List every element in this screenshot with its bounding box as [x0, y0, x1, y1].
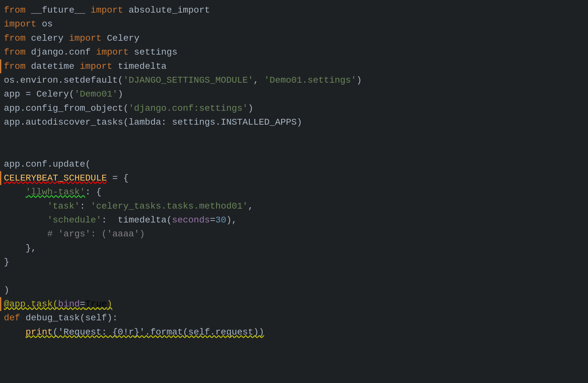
code-line: CELERYBEAT_SCHEDULE = {: [0, 171, 588, 185]
code-token: 'Demo01': [74, 87, 117, 101]
empty-line: [0, 269, 588, 283]
code-token: :: [80, 199, 91, 213]
code-line: from __future__ import absolute_import: [0, 3, 588, 17]
code-token: settings: [128, 45, 177, 59]
code-token: app.autodiscover_tasks(lambda: settings.…: [4, 115, 302, 129]
code-token: 'task': [47, 199, 80, 213]
code-token: ,: [248, 199, 253, 213]
code-token: # 'args': ('aaaa'): [47, 227, 145, 241]
code-token: 'Demo01.settings': [264, 73, 357, 87]
code-token: ): [356, 73, 362, 87]
code-token: ('Request: {0!r}'.format(self.request)): [53, 325, 264, 339]
code-token: app = Celery(: [4, 87, 74, 101]
code-token: ),: [226, 213, 237, 227]
code-token: 'schedule': [47, 213, 101, 227]
code-token: ): [107, 297, 112, 311]
code-token: datetime: [25, 59, 80, 73]
code-token: def: [4, 311, 20, 325]
code-token: os.environ.setdefault(: [4, 73, 123, 87]
code-token: }: [4, 255, 9, 269]
code-line: ): [0, 283, 588, 297]
code-line: from celery import Celery: [0, 31, 588, 45]
code-token: : timedelta(: [101, 213, 172, 227]
code-token: django.conf: [25, 45, 96, 59]
code-token: True: [85, 297, 107, 311]
code-token: import: [96, 45, 129, 59]
code-token: =: [210, 213, 216, 227]
code-token: ): [248, 101, 253, 115]
code-token: 'django.conf:settings': [128, 101, 248, 115]
code-token: = {: [107, 171, 128, 185]
code-line: 'schedule': timedelta(seconds=30),: [0, 213, 588, 227]
code-token: app.conf.update(: [4, 157, 91, 171]
code-token: import: [69, 31, 102, 45]
code-line: 'llwh-task': {: [0, 185, 588, 199]
code-line: def debug_task(self):: [0, 311, 588, 325]
code-token: 'celery_tasks.tasks.method01': [91, 199, 248, 213]
code-token: from: [4, 31, 25, 45]
code-token: debug_task(self):: [20, 311, 117, 325]
code-token: bind: [58, 297, 80, 311]
code-token: seconds: [172, 213, 210, 227]
line-indicator: [0, 297, 1, 311]
code-token: import: [80, 59, 112, 73]
code-line: app.config_from_object('django.conf:sett…: [0, 101, 588, 115]
code-line: print('Request: {0!r}'.format(self.reque…: [0, 325, 588, 339]
code-token: absolute_import: [123, 3, 210, 17]
code-token: os: [36, 17, 53, 31]
code-line: from datetime import timedelta: [0, 59, 588, 73]
code-line: import os: [0, 17, 588, 31]
code-token: import: [91, 3, 123, 17]
code-token: CELERYBEAT_SCHEDULE: [4, 171, 107, 185]
code-line: app.conf.update(: [0, 157, 588, 171]
code-line: app.autodiscover_tasks(lambda: settings.…: [0, 115, 588, 129]
code-token: 'DJANGO_SETTINGS_MODULE': [123, 73, 253, 87]
code-token: timedelta: [112, 59, 167, 73]
code-editor: from __future__ import absolute_importim…: [0, 0, 588, 383]
code-line: }: [0, 255, 588, 269]
code-token: [4, 227, 47, 241]
empty-line: [0, 143, 588, 157]
code-line: app = Celery('Demo01'): [0, 87, 588, 101]
code-token: : {: [85, 185, 101, 199]
code-token: ): [118, 87, 123, 101]
line-indicator: [0, 59, 1, 73]
code-token: 'llwh-task': [25, 185, 85, 199]
code-token: 30: [215, 213, 226, 227]
code-token: __future__: [25, 3, 91, 17]
code-token: Celery: [101, 31, 139, 45]
code-token: [4, 325, 25, 339]
code-line: from django.conf import settings: [0, 45, 588, 59]
code-line: @app.task(bind=True): [0, 297, 588, 311]
code-token: ): [4, 283, 9, 297]
code-token: @app.task(: [4, 297, 58, 311]
code-token: ,: [253, 73, 264, 87]
code-token: },: [4, 241, 36, 255]
code-token: from: [4, 59, 25, 73]
code-token: [4, 213, 47, 227]
empty-line: [0, 129, 588, 143]
code-token: [4, 199, 47, 213]
code-token: from: [4, 45, 25, 59]
code-line: },: [0, 241, 588, 255]
code-line: # 'args': ('aaaa'): [0, 227, 588, 241]
code-token: print: [25, 325, 53, 339]
code-line: 'task': 'celery_tasks.tasks.method01',: [0, 199, 588, 213]
code-token: import: [4, 17, 36, 31]
code-token: from: [4, 3, 25, 17]
code-token: celery: [25, 31, 69, 45]
code-token: app.config_from_object(: [4, 101, 128, 115]
code-line: os.environ.setdefault('DJANGO_SETTINGS_M…: [0, 73, 588, 87]
line-indicator: [0, 171, 1, 185]
code-token: =: [80, 297, 85, 311]
code-token: [4, 185, 25, 199]
